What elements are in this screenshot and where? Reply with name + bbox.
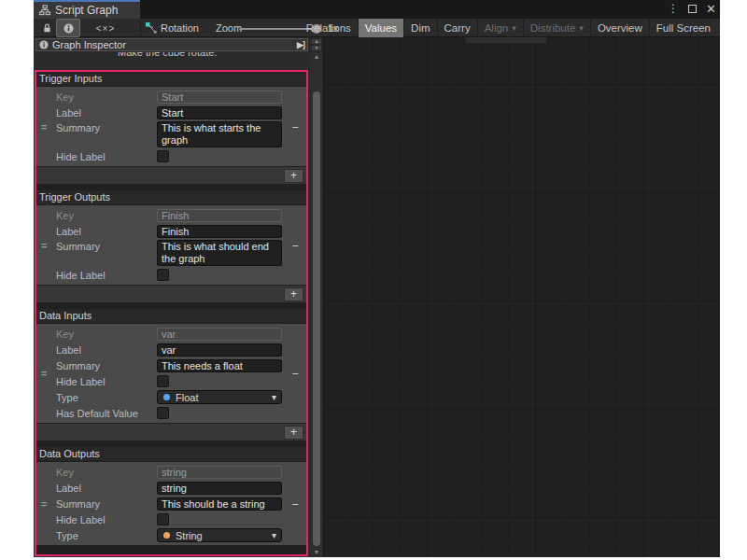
spinner-up-icon[interactable]: ▲: [311, 38, 322, 45]
code-preview-icon[interactable]: <×>: [92, 19, 120, 37]
view-button-label: Carry: [444, 22, 471, 34]
field-row: Keyvar: [36, 326, 306, 342]
graph-description: Make the cube rotate.: [118, 52, 217, 58]
checkbox[interactable]: [157, 150, 169, 162]
field-row: Hide Label: [36, 267, 306, 283]
inspector-section: Data InputsKeyvarLabelvarSummaryThis nee…: [36, 309, 306, 441]
view-button-label: Full Screen: [656, 22, 711, 34]
spinner-down-icon[interactable]: ▼: [311, 45, 322, 51]
view-button-carry[interactable]: Carry: [437, 19, 477, 37]
summary-textarea[interactable]: This is what should end the graph: [157, 240, 282, 266]
rotation-breadcrumb-button[interactable]: Rotation: [146, 19, 199, 37]
remove-item-button[interactable]: −: [291, 497, 299, 511]
highlighted-inspector-region: Trigger InputsKeyStartLabelStartSummaryT…: [35, 70, 308, 556]
inspector-header[interactable]: Graph Inspector ▶]: [35, 38, 308, 51]
view-button-overview[interactable]: Overview: [590, 19, 649, 37]
panel-scrollbar[interactable]: ▲ ▼: [310, 52, 323, 557]
field-label: Key: [56, 467, 157, 478]
add-item-button[interactable]: +: [284, 169, 303, 183]
field-row: TypeString▾: [36, 527, 306, 543]
add-item-button[interactable]: +: [284, 426, 303, 440]
view-button-relations[interactable]: Relations: [300, 19, 358, 37]
drag-handle-icon[interactable]: =: [41, 498, 47, 510]
inspector-section: Data OutputsKeystringLabelstringSummaryT…: [36, 447, 306, 545]
view-button-label: Relations: [306, 22, 351, 34]
maximize-icon[interactable]: [688, 5, 697, 13]
checkbox[interactable]: [157, 513, 169, 525]
text-input[interactable]: string: [157, 482, 282, 495]
toolbar-popup-sliver: [465, 37, 547, 44]
tab-bar: Script Graph ⋮ ✕: [34, 0, 720, 19]
info-toggle-button[interactable]: [56, 19, 80, 37]
view-button-values[interactable]: Values: [358, 19, 403, 37]
drag-handle-icon[interactable]: =: [41, 368, 47, 379]
summary-textarea[interactable]: This is what starts the graph: [157, 121, 282, 147]
field-label: Key: [56, 91, 157, 103]
inspector-section: Trigger OutputsKeyFinishLabelFinishSumma…: [36, 190, 306, 302]
rotation-node-icon: [146, 22, 157, 34]
pin-panel-icon[interactable]: ▶]: [297, 40, 304, 49]
view-button-align[interactable]: Align▾: [477, 19, 523, 37]
text-input[interactable]: var: [157, 343, 282, 357]
field-row: TypeFloat▾: [36, 389, 306, 405]
view-button-label: Align: [485, 22, 509, 34]
tab-title: Script Graph: [55, 4, 118, 17]
unity-script-graph-window: Script Graph ⋮ ✕ <×> Rotation Zoom: [34, 0, 720, 557]
summary-textarea[interactable]: This should be a string: [157, 497, 282, 511]
field-label: Label: [56, 344, 157, 356]
view-button-dim[interactable]: Dim: [403, 19, 436, 37]
view-button-distribute[interactable]: Distribute▾: [523, 19, 590, 37]
section-title: Data Inputs: [36, 309, 306, 323]
graph-canvas[interactable]: [323, 37, 720, 557]
zoom-label: Zoom: [216, 19, 242, 37]
checkbox[interactable]: [157, 407, 169, 419]
text-input: string: [157, 466, 282, 479]
graph-hierarchy-icon: [39, 5, 50, 16]
remove-item-button[interactable]: −: [291, 367, 299, 381]
text-input: var: [157, 328, 282, 341]
drag-handle-icon[interactable]: =: [41, 121, 47, 133]
field-label: Summary: [56, 241, 157, 252]
tab-script-graph[interactable]: Script Graph: [34, 0, 140, 19]
remove-item-button[interactable]: −: [291, 119, 299, 133]
type-color-dot-icon: [163, 532, 170, 539]
field-row: Hide Label: [36, 148, 306, 164]
lock-icon[interactable]: [39, 19, 54, 37]
scroll-up-icon[interactable]: ▲: [310, 52, 323, 62]
scrollbar-thumb[interactable]: [313, 91, 320, 546]
field-label: Type: [56, 392, 157, 403]
checkbox[interactable]: [157, 269, 169, 281]
graph-description-clip: Make the cube rotate.: [34, 52, 310, 70]
field-row: Has Default Value: [36, 405, 306, 421]
type-color-dot-icon: [163, 394, 170, 400]
field-label: Summary: [56, 498, 157, 510]
window-menu-icon[interactable]: ⋮: [668, 2, 679, 15]
summary-textarea[interactable]: This needs a float: [157, 359, 282, 372]
remove-item-button[interactable]: −: [291, 238, 299, 252]
info-icon: [63, 23, 74, 34]
type-dropdown[interactable]: Float▾: [157, 390, 282, 404]
field-label: Key: [56, 329, 157, 340]
field-label: Hide Label: [56, 514, 157, 525]
text-input[interactable]: Finish: [157, 225, 282, 238]
field-label: Has Default Value: [56, 408, 157, 419]
section-title: Data Outputs: [36, 447, 306, 461]
inspector-section: Trigger InputsKeyStartLabelStartSummaryT…: [36, 72, 306, 184]
view-button-full-screen[interactable]: Full Screen: [649, 19, 717, 37]
section-rows: KeyFinishLabelFinishSummaryThis is what …: [36, 205, 306, 285]
text-input[interactable]: Start: [157, 106, 282, 119]
add-item-button[interactable]: +: [284, 287, 303, 301]
drag-handle-icon[interactable]: =: [41, 240, 47, 251]
close-icon[interactable]: ✕: [706, 2, 716, 16]
field-label: Hide Label: [56, 151, 157, 162]
field-row: SummaryThis should be a string: [36, 496, 306, 511]
graph-toolbar: <×> Rotation Zoom 1x RelationsValuesDimC…: [34, 19, 720, 37]
type-dropdown[interactable]: String▾: [157, 528, 282, 542]
checkbox[interactable]: [157, 375, 169, 387]
field-row: Keystring: [36, 464, 306, 480]
scroll-down-icon[interactable]: ▼: [310, 548, 323, 557]
field-label: Hide Label: [56, 270, 157, 281]
view-toggle-group: RelationsValuesDimCarryAlign▾Distribute▾…: [300, 19, 717, 37]
section-rows: KeyStartLabelStartSummaryThis is what st…: [36, 87, 306, 166]
section-rows: KeyvarLabelvarSummaryThis needs a floatH…: [36, 324, 306, 423]
